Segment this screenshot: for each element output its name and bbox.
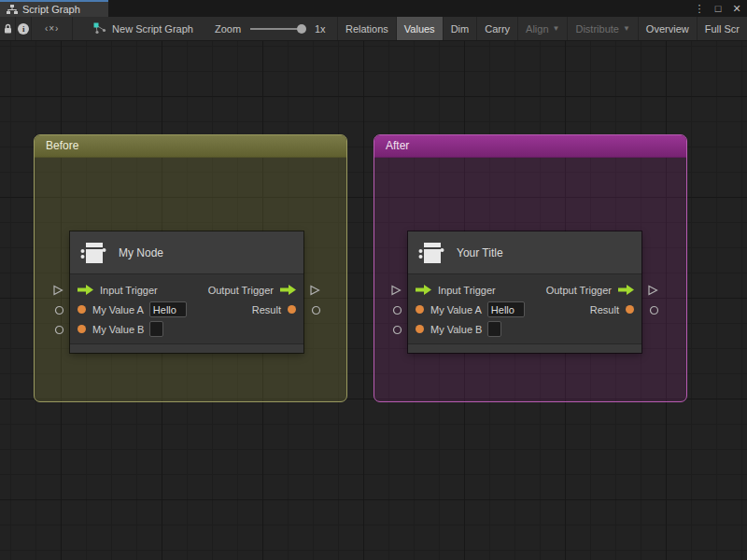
external-trigger-port-icon[interactable]: [647, 285, 658, 296]
overview-button[interactable]: Overview: [639, 17, 698, 40]
value-b-field[interactable]: [149, 321, 163, 337]
code-icon: ‹×›: [45, 23, 60, 34]
value-row-b: My Value B: [70, 319, 303, 339]
new-script-graph-button[interactable]: New Script Graph: [84, 17, 203, 40]
relations-button[interactable]: Relations: [338, 17, 397, 40]
tab-title: Script Graph: [22, 4, 80, 15]
value-input-port[interactable]: [78, 325, 86, 333]
exec-output-port[interactable]: [280, 285, 296, 295]
value-a-field[interactable]: [149, 301, 187, 317]
value-input-port[interactable]: [416, 305, 424, 314]
value-output-port[interactable]: [626, 305, 634, 314]
external-value-port-icon[interactable]: [648, 304, 659, 315]
value-output-port[interactable]: [288, 305, 296, 314]
port-label: Input Trigger: [100, 285, 158, 296]
zoom-slider[interactable]: [250, 28, 305, 30]
lock-icon: [3, 23, 13, 35]
align-dropdown[interactable]: Align▼: [518, 17, 568, 40]
node-ports: Input Trigger Output Trigger My Value A …: [70, 274, 303, 343]
chevron-down-icon: ▼: [553, 24, 560, 33]
port-label: Result: [590, 304, 619, 315]
node-footer: [70, 343, 303, 353]
value-input-port[interactable]: [78, 305, 86, 314]
group-title: After: [386, 139, 409, 152]
external-value-port-icon[interactable]: [310, 304, 321, 315]
external-value-port-icon[interactable]: [53, 324, 64, 335]
external-trigger-port-icon[interactable]: [390, 285, 402, 296]
zoom-value: 1x: [309, 17, 331, 40]
fullscreen-button[interactable]: Full Scr: [698, 17, 747, 40]
external-value-port-icon[interactable]: [391, 324, 402, 335]
graph-canvas[interactable]: Before After My Node Input Trigger Outpu…: [0, 41, 747, 560]
external-value-port-icon[interactable]: [391, 304, 402, 315]
port-label: My Value B: [92, 324, 144, 335]
node-header[interactable]: Your Title: [408, 231, 641, 274]
port-label: Input Trigger: [438, 285, 496, 296]
value-input-port[interactable]: [416, 325, 424, 333]
port-label: My Value B: [430, 324, 482, 335]
lock-button[interactable]: [0, 17, 16, 40]
value-a-field[interactable]: [487, 301, 525, 317]
unit-icon: [79, 239, 107, 267]
value-b-field[interactable]: [487, 321, 501, 337]
node-ports: Input Trigger Output Trigger My Value A …: [408, 274, 641, 343]
new-script-graph-label: New Script Graph: [112, 23, 193, 35]
unit-icon: [417, 239, 445, 267]
maximize-icon[interactable]: □: [712, 3, 725, 14]
value-row-a: My Value A Result: [408, 300, 641, 319]
chevron-down-icon: ▼: [623, 24, 630, 33]
external-trigger-port-icon[interactable]: [309, 285, 320, 296]
exec-output-port[interactable]: [618, 285, 634, 295]
script-graph-window: Script Graph ⋮ □ ✕ i ‹×› New Script Grap…: [0, 0, 747, 560]
node-your-title[interactable]: Your Title Input Trigger Output Trigger …: [408, 231, 641, 353]
group-before-header[interactable]: Before: [35, 135, 346, 158]
info-button[interactable]: i: [16, 17, 32, 40]
external-trigger-port-icon[interactable]: [52, 285, 63, 296]
graph-hierarchy-icon: [7, 5, 18, 15]
exec-input-port[interactable]: [78, 285, 93, 295]
external-value-port-icon[interactable]: [53, 304, 64, 315]
port-label: Result: [252, 304, 281, 315]
value-row-b: My Value B: [408, 319, 641, 339]
node-header[interactable]: My Node: [70, 231, 303, 274]
trigger-row: Input Trigger Output Trigger: [70, 280, 303, 300]
window-controls: ⋮ □ ✕: [693, 0, 743, 17]
zoom-slider-thumb[interactable]: [297, 24, 306, 34]
tab-bar: Script Graph ⋮ □ ✕: [0, 0, 747, 17]
value-row-a: My Value A Result: [70, 300, 303, 319]
port-label: Output Trigger: [546, 285, 612, 296]
values-button[interactable]: Values: [397, 17, 444, 40]
node-my-node[interactable]: My Node Input Trigger Output Trigger My …: [70, 231, 303, 353]
graph-node-icon: [93, 22, 106, 35]
port-label: My Value A: [92, 304, 144, 315]
code-preview-button[interactable]: ‹×›: [32, 17, 73, 40]
graph-toolbar: i ‹×› New Script Graph Zoom 1x Relations…: [0, 17, 747, 41]
dim-button[interactable]: Dim: [444, 17, 478, 40]
trigger-row: Input Trigger Output Trigger: [408, 280, 641, 300]
node-title: My Node: [119, 246, 163, 259]
info-icon: i: [18, 23, 29, 35]
carry-button[interactable]: Carry: [477, 17, 518, 40]
port-label: My Value A: [430, 304, 482, 315]
port-label: Output Trigger: [208, 285, 274, 296]
node-title: Your Title: [457, 246, 503, 259]
zoom-label: Zoom: [209, 17, 247, 40]
window-menu-icon[interactable]: ⋮: [693, 3, 706, 15]
tab-script-graph[interactable]: Script Graph: [0, 0, 108, 17]
close-icon[interactable]: ✕: [730, 3, 743, 15]
distribute-dropdown[interactable]: Distribute▼: [568, 17, 638, 40]
group-title: Before: [46, 139, 78, 152]
group-after-header[interactable]: After: [374, 135, 686, 158]
exec-input-port[interactable]: [416, 285, 431, 295]
node-footer: [408, 343, 641, 353]
